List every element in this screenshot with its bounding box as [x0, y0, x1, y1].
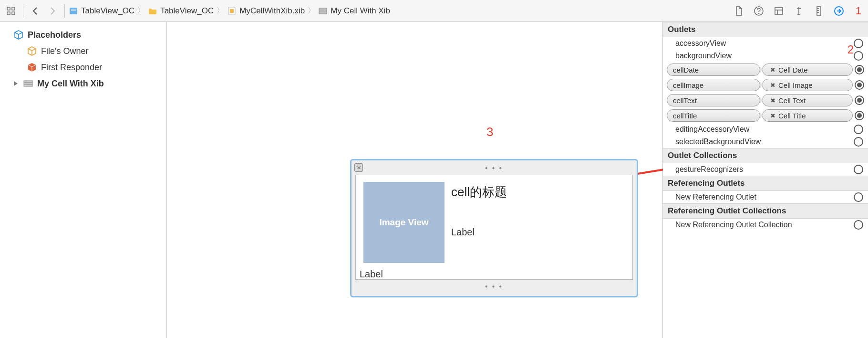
- outlet-source[interactable]: cellDate: [667, 63, 760, 76]
- first-responder-item[interactable]: First Responder: [0, 59, 166, 75]
- svg-rect-3: [12, 12, 15, 15]
- inspector: 2 Outlets accessoryView backgroundView c…: [663, 22, 868, 338]
- files-owner-item[interactable]: File's Owner: [0, 43, 166, 59]
- placeholders-label: Placeholders: [28, 30, 81, 40]
- identity-inspector-icon[interactable]: [773, 5, 785, 17]
- related-items-icon[interactable]: [4, 4, 18, 18]
- connection-port[interactable]: [854, 137, 863, 147]
- outlet-dest[interactable]: ✖Cell Text: [762, 94, 853, 106]
- connections-inspector-icon[interactable]: [833, 5, 845, 17]
- cell-text-label[interactable]: Label: [451, 227, 475, 238]
- forward-button[interactable]: [45, 4, 60, 18]
- xib-bottombar[interactable]: ● ● ●: [353, 282, 635, 290]
- chevron-right-icon: 〉: [137, 6, 145, 16]
- crumb-object[interactable]: My Cell With Xib: [318, 6, 390, 16]
- outlet-source[interactable]: cellText: [667, 94, 760, 106]
- disconnect-icon[interactable]: ✖: [770, 66, 775, 74]
- drag-dots-icon: ● ● ●: [485, 284, 504, 289]
- disconnect-icon[interactable]: ✖: [770, 112, 775, 119]
- size-inspector-icon[interactable]: [813, 5, 825, 17]
- outlet-dest[interactable]: ✖Cell Image: [762, 79, 853, 91]
- outlet-source[interactable]: cellTitle: [667, 109, 760, 122]
- svg-rect-16: [817, 7, 821, 15]
- connection-port[interactable]: [854, 165, 863, 174]
- divider: [64, 4, 65, 18]
- back-button[interactable]: [28, 4, 42, 18]
- svg-marker-21: [14, 81, 18, 86]
- tablecell-icon: [318, 6, 328, 16]
- crumb-project[interactable]: TableView_OC: [69, 6, 134, 16]
- folder-icon: [148, 6, 157, 16]
- attributes-inspector-icon[interactable]: [793, 5, 805, 17]
- cell-title-label[interactable]: cell的标题: [451, 184, 507, 201]
- my-cell-item[interactable]: My Cell With Xib: [0, 75, 166, 92]
- connection-port[interactable]: [854, 39, 863, 48]
- image-view[interactable]: Image View: [363, 182, 444, 263]
- xib-cell[interactable]: ✕ ● ● ● Image View cell的标题 Label Label ●…: [350, 159, 638, 297]
- crumb-folder-label: TableView_OC: [160, 6, 214, 16]
- tablecell-icon: [23, 78, 33, 89]
- my-cell-label: My Cell With Xib: [37, 79, 104, 89]
- annotation-2: 2: [847, 43, 854, 56]
- image-view-label: Image View: [379, 217, 428, 228]
- cell-date-label[interactable]: Label: [360, 269, 383, 280]
- connection-port[interactable]: [855, 111, 864, 120]
- canvas[interactable]: 3 ✕ ● ● ● Image View cell的标题 Label Label…: [167, 22, 663, 338]
- placeholders-section: Placeholders: [0, 27, 166, 43]
- outlet-selectedbackgroundview: selectedBackgroundView: [663, 136, 868, 148]
- file-inspector-icon[interactable]: [733, 5, 745, 17]
- connection-port[interactable]: [855, 65, 864, 74]
- svg-rect-0: [7, 7, 10, 10]
- connection-port[interactable]: [854, 192, 863, 202]
- svg-rect-2: [7, 12, 10, 15]
- xib-file-icon: [227, 6, 237, 16]
- chevron-right-icon: 〉: [217, 6, 224, 16]
- xib-titlebar[interactable]: ✕ ● ● ●: [353, 162, 635, 173]
- xib-content[interactable]: Image View cell的标题 Label Label: [355, 175, 633, 280]
- connection-port[interactable]: [854, 51, 863, 61]
- outlet-celltext: cellText ✖Cell Text: [663, 93, 868, 108]
- outlet-cellimage: cellImage ✖Cell Image: [663, 77, 868, 93]
- outlets-header: Outlets: [663, 22, 868, 37]
- outlet-dest[interactable]: ✖Cell Date: [762, 63, 853, 76]
- outlet-gesturerecognizers: gestureRecognizers: [663, 163, 868, 176]
- outlet-name: selectedBackgroundView: [668, 137, 763, 146]
- outlet-backgroundview: backgroundView: [663, 50, 868, 62]
- svg-rect-7: [230, 9, 234, 13]
- project-icon: [69, 6, 78, 16]
- outlet-celltitle: cellTitle ✖Cell Title: [663, 108, 868, 123]
- connection-port[interactable]: [855, 80, 864, 90]
- navigator: Placeholders File's Owner First Responde…: [0, 22, 167, 338]
- close-icon[interactable]: ✕: [354, 163, 363, 172]
- outlet-name: gestureRecognizers: [668, 165, 763, 174]
- crumb-file-label: MyCellWithXib.xib: [239, 6, 305, 16]
- toolbar-left: [0, 4, 67, 18]
- connection-port[interactable]: [855, 95, 864, 105]
- disconnect-icon[interactable]: ✖: [770, 97, 775, 104]
- divider: [23, 4, 23, 18]
- svg-point-12: [758, 13, 759, 14]
- toolbar: TableView_OC 〉 TableView_OC 〉 MyCellWith…: [0, 0, 868, 22]
- crumb-file[interactable]: MyCellWithXib.xib: [227, 6, 305, 16]
- cube-icon: [13, 30, 24, 40]
- svg-rect-5: [71, 10, 76, 11]
- outlet-dest[interactable]: ✖Cell Title: [762, 109, 853, 122]
- disclosure-triangle-icon[interactable]: [13, 81, 19, 86]
- connection-port[interactable]: [854, 125, 863, 134]
- connection-port[interactable]: [854, 220, 863, 230]
- crumb-object-label: My Cell With Xib: [331, 6, 390, 16]
- inspector-tabs: 1: [733, 5, 868, 17]
- svg-rect-1: [12, 7, 15, 10]
- crumb-folder[interactable]: TableView_OC: [148, 6, 214, 16]
- outlet-name: backgroundView: [668, 52, 763, 60]
- outlet-name: New Referencing Outlet: [668, 193, 854, 201]
- help-inspector-icon[interactable]: [753, 5, 765, 17]
- cube-solid-icon: [27, 62, 37, 73]
- breadcrumb: TableView_OC 〉 TableView_OC 〉 MyCellWith…: [67, 6, 733, 16]
- outlet-source[interactable]: cellImage: [667, 79, 760, 91]
- svg-rect-4: [70, 8, 77, 14]
- disconnect-icon[interactable]: ✖: [770, 82, 775, 89]
- crumb-project-label: TableView_OC: [81, 6, 134, 16]
- svg-rect-22: [24, 81, 32, 86]
- outlet-accessoryview: accessoryView: [663, 37, 868, 50]
